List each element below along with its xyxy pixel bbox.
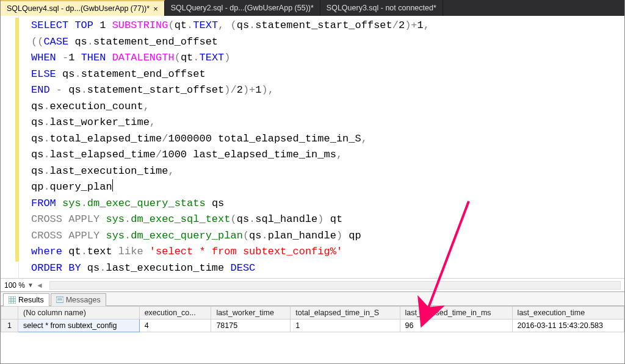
grid-icon	[9, 296, 16, 304]
rownum-header	[1, 307, 18, 319]
scroll-left-icon[interactable]: ◄	[36, 281, 43, 290]
grid-cell[interactable]: select * from subtext_config	[18, 319, 140, 332]
tab-results-label: Results	[18, 296, 44, 304]
svg-rect-0	[9, 296, 16, 304]
chevron-down-icon[interactable]: ▼	[27, 282, 34, 288]
col-header[interactable]: execution_co...	[139, 307, 211, 319]
tab-sqlquery3[interactable]: SQLQuery3.sql - not connected*	[320, 0, 443, 16]
col-header[interactable]: (No column name)	[18, 307, 140, 319]
tab-results[interactable]: Results	[3, 293, 49, 306]
grid-cell[interactable]: 96	[400, 319, 512, 332]
tab-messages-label: Messages	[66, 296, 101, 304]
tab-sqlquery4[interactable]: SQLQuery4.sql - dp...(GwbUserApp (77))* …	[1, 0, 165, 16]
grid-cell[interactable]: 78175	[211, 319, 291, 332]
close-icon[interactable]: ×	[153, 5, 158, 13]
grid-header-row: (No column name) execution_co... last_wo…	[1, 307, 624, 319]
tab-sqlquery2[interactable]: SQLQuery2.sql - dp...(GwbUserApp (55))*	[165, 0, 320, 16]
messages-icon	[56, 296, 63, 304]
tab-messages[interactable]: Messages	[51, 293, 106, 306]
col-header[interactable]: last_worker_time	[211, 307, 291, 319]
results-grid[interactable]: (No column name) execution_co... last_wo…	[1, 306, 624, 332]
grid-cell[interactable]: 2016-03-11 15:43:20.583	[512, 319, 624, 332]
rownum-cell[interactable]: 1	[1, 319, 18, 332]
tab-label: SQLQuery3.sql - not connected*	[327, 4, 436, 12]
editor-tab-bar: SQLQuery4.sql - dp...(GwbUserApp (77))* …	[1, 0, 624, 16]
editor-gutter	[1, 16, 19, 278]
grid-data-row[interactable]: 1 select * from subtext_config 4 78175 1…	[1, 319, 624, 332]
grid-cell[interactable]: 4	[139, 319, 211, 332]
tab-label: SQLQuery2.sql - dp...(GwbUserApp (55))*	[171, 4, 314, 12]
text-cursor	[112, 179, 113, 191]
grid-cell[interactable]: 1	[291, 319, 400, 332]
results-tab-bar: Results Messages	[1, 291, 624, 306]
sql-editor[interactable]: SELECT TOP 1 SUBSTRING(qt.TEXT, (qs.stat…	[19, 16, 624, 278]
horizontal-scrollbar[interactable]	[49, 281, 621, 290]
tab-label: SQLQuery4.sql - dp...(GwbUserApp (77))*	[7, 4, 150, 13]
col-header[interactable]: last_elapsed_time_in_ms	[400, 307, 512, 319]
col-header[interactable]: total_elapsed_time_in_S	[291, 307, 400, 319]
editor-area: SELECT TOP 1 SUBSTRING(qt.TEXT, (qs.stat…	[1, 16, 624, 278]
col-header[interactable]: last_execution_time	[512, 307, 624, 319]
zoom-level[interactable]: 100 %	[4, 281, 25, 290]
zoom-bar: 100 % ▼ ◄	[1, 278, 624, 291]
